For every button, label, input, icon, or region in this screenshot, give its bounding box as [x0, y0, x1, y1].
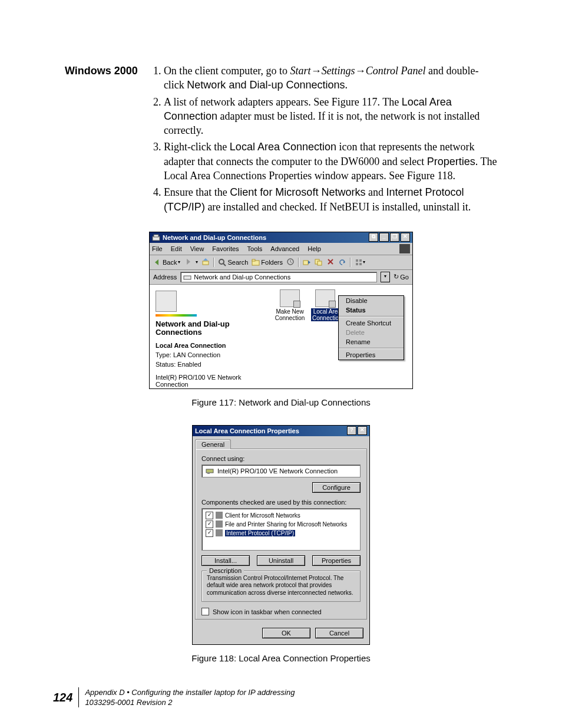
- menu-advanced[interactable]: Advanced: [270, 245, 299, 252]
- status-row: Status: Enabled: [156, 361, 262, 368]
- show-icon-checkbox[interactable]: [201, 608, 209, 615]
- general-panel: Connect using: Intel(R) PRO/100 VE Netwo…: [195, 449, 367, 620]
- selected-item-name: Local Area Connection: [156, 342, 262, 349]
- ctx-divider-1: [339, 316, 404, 317]
- local-area-connection-icon: [315, 289, 335, 307]
- svg-rect-14: [359, 263, 362, 265]
- toolbar-separator: [213, 258, 214, 267]
- dialup-small-icon: [183, 274, 191, 281]
- forward-dropdown[interactable]: ▾: [196, 259, 198, 265]
- tab-general[interactable]: General: [195, 439, 231, 449]
- menu-file[interactable]: File: [152, 245, 163, 252]
- step-4: Ensure that the Client for Microsoft Net…: [164, 185, 497, 214]
- components-listbox[interactable]: ✓ Client for Microsoft Networks ✓ File a…: [201, 508, 361, 551]
- device-row: Intel(R) PRO/100 VE Network Connection: [156, 374, 262, 388]
- ctx-disable[interactable]: Disable: [339, 296, 404, 305]
- nic-icon: [206, 467, 214, 475]
- menu-tools[interactable]: Tools: [247, 245, 263, 252]
- toolbar-separator-2: [298, 258, 299, 267]
- divider-icon: [156, 314, 197, 317]
- dialog-close-button[interactable]: ✕: [358, 426, 367, 435]
- ctx-rename[interactable]: Rename: [339, 337, 404, 347]
- component-tcpip-label: Internet Protocol (TCP/IP): [225, 530, 295, 536]
- address-dropdown[interactable]: ▾: [381, 272, 390, 282]
- ctx-delete[interactable]: Delete: [339, 328, 404, 337]
- menu-edit[interactable]: Edit: [171, 245, 182, 252]
- ok-button[interactable]: OK: [262, 628, 310, 638]
- component-tcpip[interactable]: ✓ Internet Protocol (TCP/IP): [206, 529, 356, 538]
- checkbox-file-print[interactable]: ✓: [206, 521, 213, 528]
- figure-118-caption: Figure 118: Local Area Connection Proper…: [65, 653, 497, 663]
- webview-left-pane: Network and Dial-up Connections Local Ar…: [150, 285, 267, 388]
- component-buttons: Install... Uninstall Properties: [201, 555, 361, 566]
- footer-line-2: 1033295-0001 Revision 2: [85, 697, 295, 708]
- tcpip-icon: [216, 529, 223, 536]
- move-to-button[interactable]: [303, 258, 311, 267]
- type-row: Type: LAN Connection: [156, 351, 262, 358]
- menu-view[interactable]: View: [190, 245, 204, 252]
- back-button[interactable]: Back ▾: [153, 258, 180, 266]
- svg-rect-2: [203, 261, 209, 265]
- up-button[interactable]: [201, 258, 210, 267]
- go-arrow-icon: ↻: [394, 273, 399, 281]
- svg-point-3: [219, 259, 224, 264]
- copy-to-button[interactable]: [315, 258, 323, 267]
- context-menu[interactable]: Disable Status Create Shortcut Delete Re…: [338, 295, 404, 360]
- footer-text: Appendix D • Configuring the installer l…: [85, 687, 295, 708]
- step-2: A list of network adapters appears. See …: [164, 95, 497, 138]
- svg-rect-8: [303, 261, 308, 265]
- description-text: Transmission Control Protocol/Internet P…: [207, 575, 355, 597]
- svg-line-4: [223, 263, 226, 266]
- forward-button[interactable]: [184, 258, 192, 267]
- client-icon: [216, 512, 223, 519]
- checkbox-client[interactable]: ✓: [206, 512, 213, 519]
- ctx-properties[interactable]: Properties: [339, 350, 404, 360]
- go-button[interactable]: ↻ Go: [394, 273, 409, 281]
- ctx-status[interactable]: Status: [339, 305, 404, 315]
- menu-favorites[interactable]: Favorites: [212, 245, 239, 252]
- checkbox-tcpip[interactable]: ✓: [206, 529, 213, 537]
- history-button[interactable]: [286, 258, 295, 267]
- svg-rect-6: [252, 259, 255, 261]
- window-titlebar[interactable]: Network and Dial-up Connections ⧉ _ ❐ ✕: [150, 232, 412, 243]
- views-button[interactable]: ▾: [355, 258, 365, 266]
- steps-column: On the client computer, go to Start→Sett…: [151, 64, 497, 216]
- menu-help[interactable]: Help: [308, 245, 321, 252]
- page-footer: 124 Appendix D • Configuring the install…: [53, 687, 295, 708]
- address-field[interactable]: Network and Dial-up Connections: [180, 272, 377, 282]
- uninstall-button[interactable]: Uninstall: [257, 555, 305, 566]
- address-bar: Address Network and Dial-up Connections …: [150, 270, 412, 285]
- explorer-body: Network and Dial-up Connections Local Ar…: [150, 285, 412, 388]
- step-3: Right-click the Local Area Connection ic…: [164, 140, 497, 183]
- undo-button[interactable]: [338, 258, 346, 267]
- figure-118-dialog: Local Area Connection Properties ? ✕ Gen…: [192, 425, 370, 645]
- window-title: Network and Dial-up Connections: [163, 234, 369, 241]
- make-new-connection[interactable]: Make New Connection: [271, 289, 309, 321]
- show-icon-row[interactable]: Show icon in taskbar when connected: [201, 608, 361, 615]
- folders-button[interactable]: Folders: [252, 258, 283, 266]
- toolbar: Back ▾ ▾ Search Folders: [150, 255, 412, 270]
- figure-117-caption: Figure 117: Network and Dial-up Connecti…: [65, 397, 497, 407]
- svg-rect-11: [356, 259, 358, 262]
- maximize-button[interactable]: ❐: [390, 233, 399, 242]
- configure-button[interactable]: Configure: [312, 482, 361, 493]
- connections-folder-icon: [156, 291, 177, 312]
- close-button[interactable]: ✕: [401, 233, 410, 242]
- delete-button[interactable]: [326, 258, 335, 267]
- icon-area[interactable]: Make New Connection Local Area Connectio…: [267, 285, 412, 388]
- local-area-connection[interactable]: Local Area Connection: [311, 289, 339, 321]
- cancel-button[interactable]: Cancel: [315, 628, 363, 638]
- minimize-button[interactable]: _: [379, 233, 389, 242]
- svg-rect-12: [359, 259, 362, 262]
- help-button[interactable]: ?: [347, 426, 356, 435]
- figure-117-window: Network and Dial-up Connections ⧉ _ ❐ ✕ …: [149, 232, 413, 389]
- component-file-print[interactable]: ✓ File and Printer Sharing for Microsoft…: [206, 520, 356, 529]
- back-chrome-button[interactable]: ⧉: [369, 233, 378, 242]
- install-button[interactable]: Install...: [201, 555, 250, 566]
- component-client[interactable]: ✓ Client for Microsoft Networks: [206, 511, 356, 520]
- dialog-titlebar[interactable]: Local Area Connection Properties ? ✕: [193, 426, 369, 436]
- ctx-create-shortcut[interactable]: Create Shortcut: [339, 318, 404, 328]
- svg-rect-1: [154, 235, 158, 237]
- search-button[interactable]: Search: [218, 258, 248, 266]
- properties-button[interactable]: Properties: [312, 555, 361, 566]
